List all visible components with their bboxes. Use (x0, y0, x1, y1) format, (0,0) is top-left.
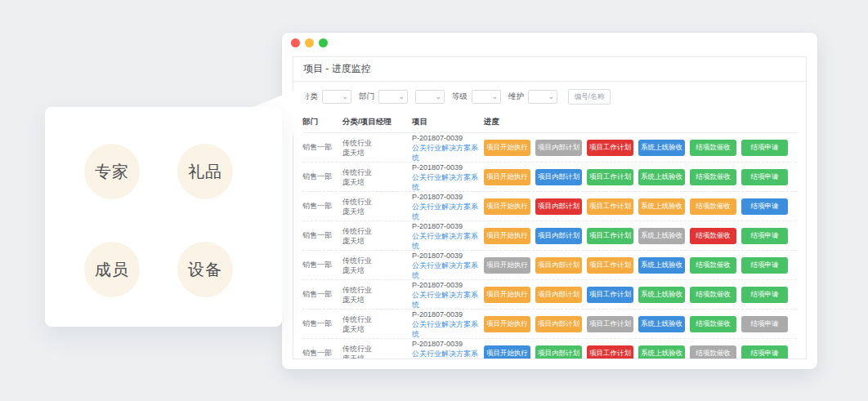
cell-project: P-201807-0039公关行业解决方案系统 (412, 310, 484, 339)
cell-category-manager: 传统行业庞天培 (342, 197, 412, 216)
progress-badge[interactable]: 结项申请 (741, 228, 788, 244)
progress-badge[interactable]: 系统上线验收 (638, 316, 685, 332)
cell-department: 销售一部 (302, 201, 342, 212)
progress-badge[interactable]: 结项申请 (741, 287, 788, 303)
zoom-window-button[interactable] (319, 38, 328, 47)
progress-badge[interactable]: 项目开始执行 (484, 169, 530, 185)
project-link[interactable]: 公关行业解决方案系统 (412, 172, 484, 192)
cell-project: P-201807-0039公关行业解决方案系统 (412, 133, 484, 163)
project-code: P-201807-0039 (412, 163, 484, 172)
progress-badge[interactable]: 项目内部计划 (535, 198, 582, 215)
filter-bar: 分类 ⌄ 部门 ⌄ ⌄ 等级 ⌄ 维护 ⌄ 编号/名称 (293, 82, 806, 112)
table-row: 销售一部传统行业庞天培P-201807-0039公关行业解决方案系统项目开始执行… (302, 133, 797, 163)
progress-badge[interactable]: 项目开始执行 (484, 287, 530, 303)
table-row: 销售一部传统行业庞天培P-201807-0039公关行业解决方案系统项目开始执行… (302, 221, 797, 251)
progress-badge[interactable]: 项目工作计划 (587, 257, 633, 274)
header-category-manager: 分类/项目经理 (342, 117, 412, 127)
progress-badge[interactable]: 系统上线验收 (638, 169, 685, 185)
progress-badge[interactable]: 项目工作计划 (587, 198, 633, 215)
progress-badge[interactable]: 结项款催收 (690, 287, 736, 303)
progress-badge[interactable]: 项目内部计划 (535, 169, 582, 185)
progress-badge[interactable]: 项目开始执行 (484, 316, 530, 332)
search-input[interactable]: 编号/名称 (568, 89, 611, 105)
project-link[interactable]: 公关行业解决方案系统 (412, 319, 484, 339)
manager-text: 庞天培 (342, 324, 412, 334)
progress-badge[interactable]: 系统上线验收 (638, 257, 685, 274)
progress-badge[interactable]: 项目工作计划 (587, 140, 633, 156)
close-window-button[interactable] (291, 38, 300, 47)
maintain-select[interactable]: ⌄ (528, 90, 557, 104)
cell-progress: 项目开始执行项目内部计划项目工作计划系统上线验收结项款催收结项申请 (484, 140, 797, 156)
progress-badge[interactable]: 项目内部计划 (535, 316, 582, 332)
bubble-item-equipment[interactable]: 设备 (177, 242, 233, 297)
progress-badge[interactable]: 系统上线验收 (638, 198, 685, 215)
progress-badge[interactable]: 项目内部计划 (535, 287, 582, 303)
category-text: 传统行业 (342, 167, 412, 177)
sub-department-select[interactable]: ⌄ (415, 90, 445, 104)
progress-badge[interactable]: 项目工作计划 (587, 228, 633, 244)
progress-badge[interactable]: 系统上线验收 (638, 140, 685, 156)
cell-category-manager: 传统行业庞天培 (342, 344, 412, 360)
progress-badge[interactable]: 项目工作计划 (587, 345, 633, 360)
progress-badge[interactable]: 项目开始执行 (484, 257, 530, 274)
progress-badge[interactable]: 结项款催收 (690, 257, 736, 274)
progress-badge[interactable]: 项目工作计划 (587, 316, 633, 332)
progress-badge[interactable]: 项目开始执行 (484, 140, 530, 156)
chevron-down-icon: ⌄ (548, 91, 554, 103)
manager-text: 庞天培 (342, 265, 412, 275)
progress-badge[interactable]: 结项申请 (741, 345, 788, 360)
category-text: 传统行业 (342, 344, 412, 354)
progress-badges: 项目开始执行项目内部计划项目工作计划系统上线验收结项款催收结项申请 (484, 228, 797, 244)
department-select[interactable]: ⌄ (378, 90, 408, 104)
header-project: 项目 (412, 117, 484, 127)
table-row: 销售一部传统行业庞天培P-201807-0039公关行业解决方案系统项目开始执行… (302, 163, 797, 192)
cell-department: 销售一部 (302, 289, 342, 300)
manager-text: 庞天培 (342, 177, 412, 187)
progress-badge[interactable]: 结项申请 (741, 316, 788, 332)
cell-department: 销售一部 (302, 172, 342, 182)
level-select[interactable]: ⌄ (472, 90, 501, 104)
progress-badge[interactable]: 结项款催收 (690, 345, 736, 360)
progress-badge[interactable]: 结项款催收 (690, 169, 736, 185)
progress-badge[interactable]: 项目内部计划 (535, 228, 582, 244)
category-text: 传统行业 (342, 226, 412, 236)
progress-badge[interactable]: 结项申请 (741, 257, 788, 274)
cell-department: 销售一部 (302, 319, 342, 329)
progress-badge[interactable]: 项目开始执行 (484, 228, 530, 244)
project-link[interactable]: 公关行业解决方案系统 (412, 290, 484, 310)
project-link[interactable]: 公关行业解决方案系统 (412, 261, 484, 280)
progress-badge[interactable]: 项目内部计划 (535, 257, 582, 274)
progress-badge[interactable]: 结项申请 (741, 169, 788, 185)
project-link[interactable]: 公关行业解决方案系统 (412, 143, 484, 163)
minimize-window-button[interactable] (305, 38, 314, 47)
progress-badge[interactable]: 结项款催收 (690, 140, 736, 156)
project-link[interactable]: 公关行业解决方案系统 (412, 202, 484, 221)
progress-badge[interactable]: 结项申请 (741, 198, 788, 215)
filter-label-level: 等级 (452, 91, 468, 102)
manager-text: 庞天培 (342, 207, 412, 216)
bubble-item-member[interactable]: 成员 (84, 242, 140, 297)
bubble-item-expert[interactable]: 专家 (84, 144, 140, 199)
progress-badge[interactable]: 结项款催收 (690, 228, 736, 244)
chevron-down-icon: ⌄ (435, 91, 441, 103)
category-select[interactable]: ⌄ (322, 90, 351, 104)
progress-badge[interactable]: 项目内部计划 (535, 345, 582, 360)
progress-badge[interactable]: 系统上线验收 (638, 228, 685, 244)
project-link[interactable]: 公关行业解决方案系统 (412, 231, 484, 251)
progress-badge[interactable]: 项目工作计划 (587, 169, 633, 185)
progress-badge[interactable]: 项目开始执行 (484, 345, 530, 360)
progress-badge[interactable]: 项目内部计划 (535, 140, 582, 156)
progress-badge[interactable]: 项目开始执行 (484, 198, 530, 215)
progress-badge[interactable]: 结项款催收 (690, 198, 736, 215)
progress-badge[interactable]: 结项申请 (741, 140, 788, 156)
table-body: 销售一部传统行业庞天培P-201807-0039公关行业解决方案系统项目开始执行… (302, 133, 797, 359)
category-text: 传统行业 (342, 197, 412, 207)
project-link[interactable]: 公关行业解决方案系统 (412, 349, 484, 360)
progress-badge[interactable]: 项目工作计划 (587, 287, 633, 303)
progress-badge[interactable]: 系统上线验收 (638, 345, 685, 360)
content-panel: 项目 - 进度监控 分类 ⌄ 部门 ⌄ ⌄ 等级 ⌄ 维护 ⌄ 编号/名称 部门… (293, 56, 807, 359)
bubble-item-gift[interactable]: 礼品 (177, 144, 233, 199)
project-code: P-201807-0039 (412, 251, 484, 261)
progress-badge[interactable]: 结项款催收 (690, 316, 736, 332)
progress-badge[interactable]: 系统上线验收 (638, 287, 685, 303)
